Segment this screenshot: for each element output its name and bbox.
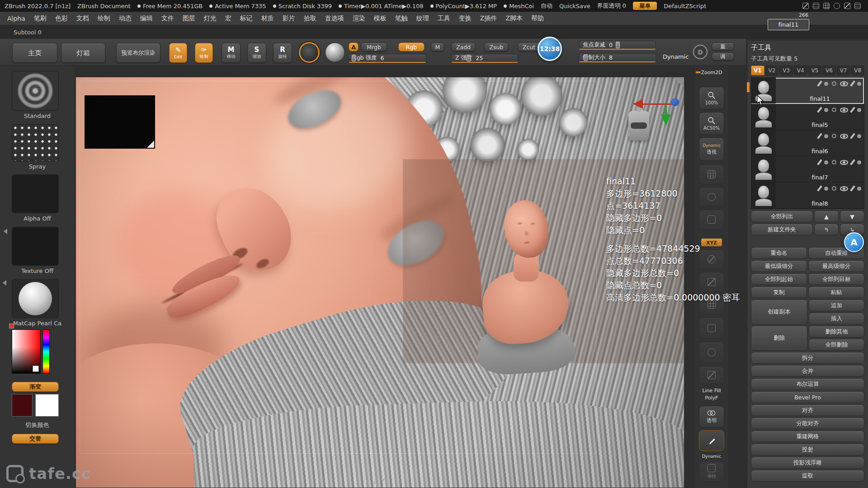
delete-other-button[interactable]: 删除其他 — [809, 326, 864, 338]
tab-v8[interactable]: V8 — [851, 66, 864, 75]
toggle-dot-icon[interactable] — [824, 108, 828, 112]
polypaint-icon[interactable] — [817, 80, 822, 86]
rgb-intensity-slider[interactable]: Rgb 强度 6 — [349, 54, 426, 63]
zoom2d-label[interactable]: Zoom2D — [695, 70, 728, 75]
scroll-up-icon[interactable] — [373, 479, 377, 484]
polypaint-icon[interactable] — [817, 107, 822, 113]
pen-icon[interactable] — [802, 3, 809, 9]
tab-v2[interactable]: V2 — [765, 66, 779, 75]
duplicate-button[interactable]: 创建副本 — [751, 300, 807, 324]
floating-assistant-button[interactable]: A — [844, 232, 864, 252]
all-to-target-button[interactable]: 全部到目标 — [808, 273, 864, 285]
tray-collapse-arrow-icon[interactable] — [1, 229, 7, 234]
tab-v3[interactable]: V3 — [779, 66, 793, 75]
toggle-dot-icon[interactable] — [832, 134, 836, 138]
tab-v4[interactable]: V4 — [794, 66, 807, 75]
toggle-dot-icon[interactable] — [857, 160, 861, 164]
replay-button[interactable]: 重 — [712, 42, 734, 51]
menu-item[interactable]: 图层 — [183, 14, 195, 23]
record-icon[interactable] — [834, 3, 840, 9]
all-to-start-button[interactable]: 全部到起始 — [751, 273, 807, 285]
polypaint-icon[interactable] — [817, 133, 822, 139]
toggle-dot-icon[interactable] — [832, 160, 836, 164]
slider-handle[interactable] — [467, 55, 471, 61]
axis-x-arrow-icon[interactable] — [633, 99, 643, 109]
toggle-dot-icon[interactable] — [824, 82, 828, 86]
move-mode-button[interactable]: M 移动 — [222, 43, 241, 63]
slider-handle[interactable] — [352, 55, 356, 61]
menu-item[interactable]: 文档 — [76, 14, 89, 23]
move-up-button[interactable]: ▲ — [814, 211, 839, 222]
current-material-thumbnail[interactable] — [12, 279, 59, 318]
lowest-subdiv-button[interactable]: 最低级细分 — [751, 260, 807, 272]
menu-item[interactable]: 动态 — [119, 14, 132, 23]
focal-shift-slider[interactable]: 焦点衰减 0 — [579, 41, 656, 50]
last-color-swatch[interactable] — [9, 324, 14, 328]
z-intensity-slider[interactable]: Z 强度 25 — [451, 54, 518, 63]
transparent-button[interactable]: 透明 — [699, 406, 724, 427]
menu-item[interactable]: 帮助 — [531, 14, 544, 23]
tab-v6[interactable]: V6 — [822, 66, 836, 75]
line-fill-label[interactable]: Line Fill — [695, 388, 728, 394]
visible-count-slider[interactable]: 子工具可见数量 5 — [751, 55, 864, 63]
lightbox-button[interactable]: 灯箱 — [61, 43, 105, 63]
slider-handle[interactable] — [616, 42, 620, 48]
active-brush-button[interactable] — [699, 430, 724, 451]
antialiased-half-button[interactable]: AC50% — [699, 112, 724, 135]
zsub-button[interactable]: Zsub — [484, 42, 509, 52]
subtool-item[interactable]: final5 — [751, 104, 864, 130]
subtool-section-button[interactable]: 拆分 — [751, 352, 864, 364]
slider-handle[interactable] — [584, 54, 588, 61]
menu-item[interactable]: 工具 — [438, 14, 450, 23]
mini-tool-name[interactable]: final11 — [768, 19, 809, 30]
menu-item[interactable]: 拾取 — [304, 14, 316, 23]
subtool-section-button[interactable]: 重建网格 — [751, 431, 864, 442]
edit-mode-button[interactable]: ✎ Edit — [169, 43, 187, 63]
menu-button[interactable]: 菜单 — [633, 2, 657, 10]
toggle-dot-icon[interactable] — [857, 82, 861, 86]
menu-item[interactable]: 笔触 — [395, 14, 408, 23]
document-canvas[interactable] — [76, 77, 684, 488]
move-down-button[interactable]: ▼ — [840, 211, 864, 222]
subtool-thumbnail[interactable] — [751, 183, 776, 208]
current-brush-thumbnail[interactable] — [12, 71, 59, 111]
toggle-dot-icon[interactable] — [857, 108, 861, 112]
zoom-view-button[interactable] — [699, 342, 724, 363]
toggle-dot-icon[interactable] — [824, 160, 828, 164]
rgb-button[interactable]: Rgb — [398, 42, 425, 52]
visibility-eye-icon[interactable] — [840, 108, 848, 113]
move-out-folder-button[interactable]: ↰ — [814, 224, 839, 235]
channel-a-button[interactable]: A — [349, 42, 359, 52]
axis-z-dot-icon[interactable] — [671, 98, 679, 106]
polypaint-icon[interactable] — [817, 159, 822, 165]
subtool-section-button[interactable]: 提取 — [751, 470, 864, 482]
subtool-thumbnail[interactable] — [751, 156, 776, 182]
menu-item[interactable]: Z脚本 — [505, 14, 523, 23]
current-stroke-thumbnail[interactable] — [12, 124, 59, 161]
toggle-dot-icon[interactable] — [857, 134, 861, 138]
menu-item[interactable]: 绘制 — [98, 14, 110, 23]
zadd-button[interactable]: Zadd — [451, 42, 476, 52]
toggle-dot-icon[interactable] — [857, 187, 861, 191]
dynamic-perspective-button[interactable]: Dynamic 透视 — [699, 137, 724, 161]
menu-item[interactable]: 笔刷 — [34, 14, 47, 23]
mrgb-button[interactable]: Mrgb — [361, 42, 387, 52]
menu-item[interactable]: 模板 — [374, 14, 387, 23]
subtool-section-button[interactable]: 合并 — [751, 365, 864, 377]
tab-v1[interactable]: V1 — [751, 66, 764, 75]
scroll-down-icon[interactable] — [381, 479, 385, 484]
subtool-section-button[interactable]: Bevel Pro — [751, 391, 864, 403]
scale-view-button[interactable] — [699, 317, 724, 339]
ui-opacity-slider[interactable]: 界面透明 0 — [597, 2, 626, 10]
polyframe-label[interactable]: PolyF — [695, 395, 728, 401]
subtool-item[interactable]: final11 — [751, 78, 864, 104]
menu-item[interactable]: 渲染 — [353, 14, 365, 23]
menu-item[interactable]: 影片 — [283, 14, 295, 23]
subtool-panel-header[interactable]: 子工具 — [751, 43, 864, 52]
adjust-button[interactable]: 调 — [712, 52, 734, 61]
copy-button[interactable]: 复制 — [751, 286, 807, 298]
menu-item[interactable]: 色彩 — [55, 14, 68, 23]
menu-item[interactable]: 标记 — [240, 14, 253, 23]
hue-strip[interactable] — [42, 329, 50, 374]
main-color-swatch[interactable] — [12, 394, 33, 417]
